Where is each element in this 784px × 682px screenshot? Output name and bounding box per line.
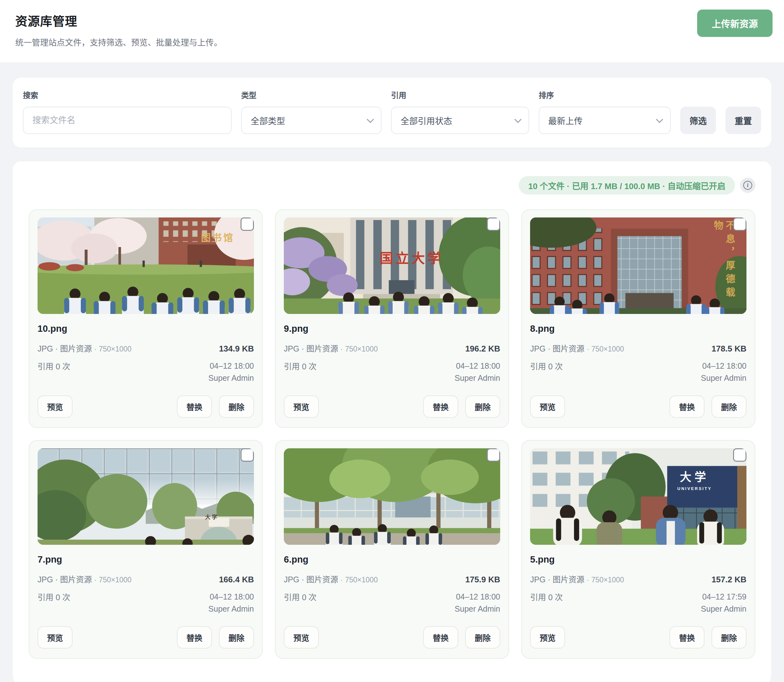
asset-uploader: Super Admin xyxy=(455,603,500,615)
search-group: 搜索 xyxy=(23,89,232,134)
delete-button[interactable]: 删除 xyxy=(219,395,254,418)
asset-type: JPG · 图片资源 · 750×1000 xyxy=(284,342,378,354)
asset-date: 04–12 17:59 xyxy=(702,591,746,603)
asset-size: 178.5 KB xyxy=(711,344,746,354)
asset-type: JPG · 图片资源 · 750×1000 xyxy=(38,342,131,354)
asset-dimensions: 750×1000 xyxy=(345,576,378,584)
asset-dimensions: 750×1000 xyxy=(591,576,624,584)
sort-label: 排序 xyxy=(539,89,671,100)
select-checkbox[interactable] xyxy=(487,217,500,231)
asset-size: 134.9 KB xyxy=(219,344,254,354)
type-filter-group: 类型 全部类型 xyxy=(241,89,382,134)
asset-references: 引用 0 次 xyxy=(530,360,563,384)
replace-button[interactable]: 替换 xyxy=(670,395,704,418)
preview-button[interactable]: 预览 xyxy=(284,395,319,418)
select-checkbox[interactable] xyxy=(240,448,254,462)
preview-button[interactable]: 预览 xyxy=(284,626,319,649)
delete-button[interactable]: 删除 xyxy=(465,395,500,418)
asset-thumbnail[interactable]: 图书馆 xyxy=(38,217,254,314)
delete-button[interactable]: 删除 xyxy=(219,626,254,649)
campus-photo-tree-lined-path xyxy=(284,448,500,545)
asset-dimensions: 750×1000 xyxy=(345,345,378,353)
asset-type: JPG · 图片资源 · 750×1000 xyxy=(530,573,624,585)
apply-filter-button[interactable]: 筛选 xyxy=(680,107,716,134)
asset-date: 04–12 18:00 xyxy=(702,360,746,372)
search-label: 搜索 xyxy=(23,89,232,100)
replace-button[interactable]: 替换 xyxy=(177,395,212,418)
asset-filename: 7.png xyxy=(38,555,254,565)
asset-thumbnail[interactable] xyxy=(284,448,500,545)
asset-size: 166.4 KB xyxy=(219,575,254,585)
preview-button[interactable]: 预览 xyxy=(38,626,73,649)
asset-actions: 预览 替换 删除 xyxy=(530,626,746,649)
sort-group: 排序 最新上传 xyxy=(539,89,671,134)
select-checkbox[interactable] xyxy=(733,217,746,231)
asset-uploader: Super Admin xyxy=(701,603,746,615)
delete-button[interactable]: 删除 xyxy=(711,395,746,418)
reset-filter-button[interactable]: 重置 xyxy=(725,107,761,134)
asset-card: 不息，厚德载物 8.png JPG · 图片资源 · 750×1000 178.… xyxy=(521,209,755,428)
select-checkbox[interactable] xyxy=(487,448,500,462)
asset-grid: 图书馆 10.png JPG · 图片资源 · 750×1000 134.9 K… xyxy=(29,209,755,659)
asset-uploader: Super Admin xyxy=(208,603,254,615)
page-subtitle: 统一管理站点文件，支持筛选、预览、批量处理与上传。 xyxy=(15,36,769,48)
sort-select[interactable]: 最新上传 xyxy=(539,107,671,134)
select-checkbox[interactable] xyxy=(240,217,254,231)
asset-uploader: Super Admin xyxy=(455,372,500,384)
asset-uploader: Super Admin xyxy=(208,372,254,384)
select-checkbox[interactable] xyxy=(733,448,746,462)
asset-dimensions: 750×1000 xyxy=(99,345,131,353)
asset-dimensions: 750×1000 xyxy=(591,345,624,353)
campus-photo-university-entrance xyxy=(530,448,746,545)
delete-button[interactable]: 删除 xyxy=(465,626,500,649)
asset-type: JPG · 图片资源 · 750×1000 xyxy=(284,573,378,585)
asset-meta-row: JPG · 图片资源 · 750×1000 196.2 KB xyxy=(284,342,500,354)
storage-summary-badge: 10 个文件 · 已用 1.7 MB / 100.0 MB · 自动压缩已开启 xyxy=(518,176,735,194)
asset-actions: 预览 替换 删除 xyxy=(38,395,254,418)
asset-type: JPG · 图片资源 · 750×1000 xyxy=(38,573,131,585)
asset-filename: 8.png xyxy=(530,323,746,334)
asset-size: 196.2 KB xyxy=(465,344,500,354)
chevron-down-icon xyxy=(367,116,374,123)
campus-photo-bridge-willows xyxy=(38,448,254,545)
asset-date: 04–12 18:00 xyxy=(456,591,500,603)
type-select[interactable]: 全部类型 xyxy=(241,107,382,134)
search-input[interactable] xyxy=(23,107,232,134)
filter-bar: 搜索 类型 全部类型 引用 全部引用状态 排序 最新上传 筛选 重置 xyxy=(13,78,771,147)
asset-actions: 预览 替换 删除 xyxy=(530,395,746,418)
preview-button[interactable]: 预览 xyxy=(530,626,565,649)
campus-photo-red-brick-hall xyxy=(530,217,746,314)
asset-card: 大学 7.png JPG · 图片资源 · 750×1000 166.4 KB … xyxy=(29,440,263,659)
asset-size: 175.9 KB xyxy=(465,575,500,585)
asset-card: 6.png JPG · 图片资源 · 750×1000 175.9 KB 引用 … xyxy=(275,440,509,659)
asset-thumbnail[interactable]: 大学 UNIVERSITY xyxy=(530,448,746,545)
chevron-down-icon xyxy=(656,116,663,123)
upload-new-asset-button[interactable]: 上传新资源 xyxy=(697,10,773,37)
sort-select-value: 最新上传 xyxy=(548,114,583,127)
type-select-value: 全部类型 xyxy=(251,114,285,127)
replace-button[interactable]: 替换 xyxy=(177,626,212,649)
info-icon[interactable]: i xyxy=(740,178,755,193)
asset-type: JPG · 图片资源 · 750×1000 xyxy=(530,342,624,354)
asset-thumbnail[interactable]: 大学 xyxy=(38,448,254,545)
replace-button[interactable]: 替换 xyxy=(670,626,704,649)
replace-button[interactable]: 替换 xyxy=(423,395,458,418)
asset-library-panel: 10 个文件 · 已用 1.7 MB / 100.0 MB · 自动压缩已开启 … xyxy=(13,161,771,682)
info-icon-glyph: i xyxy=(743,181,752,190)
asset-references: 引用 0 次 xyxy=(284,591,316,615)
delete-button[interactable]: 删除 xyxy=(711,626,746,649)
asset-date: 04–12 18:00 xyxy=(210,591,254,603)
asset-meta-row2: 引用 0 次 04–12 18:00Super Admin xyxy=(284,360,500,384)
asset-references: 引用 0 次 xyxy=(284,360,316,384)
reference-select[interactable]: 全部引用状态 xyxy=(391,107,529,134)
replace-button[interactable]: 替换 xyxy=(423,626,458,649)
asset-thumbnail[interactable]: 不息，厚德载物 xyxy=(530,217,746,314)
asset-meta-row2: 引用 0 次 04–12 18:00Super Admin xyxy=(284,591,500,615)
asset-meta-row: JPG · 图片资源 · 750×1000 166.4 KB xyxy=(38,573,254,585)
preview-button[interactable]: 预览 xyxy=(38,395,73,418)
asset-filename: 5.png xyxy=(530,555,746,565)
asset-references: 引用 0 次 xyxy=(38,360,70,384)
asset-thumbnail[interactable]: 国立大学 xyxy=(284,217,500,314)
preview-button[interactable]: 预览 xyxy=(530,395,565,418)
asset-filename: 9.png xyxy=(284,323,500,334)
